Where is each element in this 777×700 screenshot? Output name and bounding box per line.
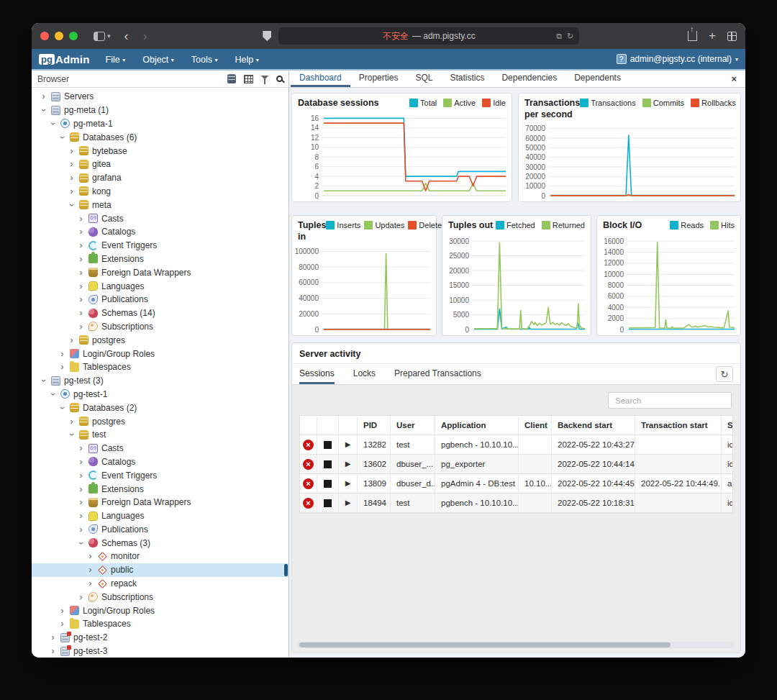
cancel-session-icon[interactable]: × — [303, 440, 314, 450]
tree-item-foreign-data-wrappers[interactable]: ›Foreign Data Wrappers — [32, 496, 288, 509]
chevron-collapsed-icon[interactable]: › — [86, 565, 95, 574]
tree-item-pg-test-3[interactable]: ›pg-test-3 — [32, 645, 288, 658]
chevron-collapsed-icon[interactable]: › — [67, 336, 76, 345]
tab-overview-icon[interactable] — [727, 32, 737, 41]
chevron-collapsed-icon[interactable]: › — [76, 295, 86, 304]
chevron-expanded-icon[interactable]: › — [77, 538, 86, 547]
table-row[interactable]: ×▶18494testpgbench - 10.10.10...2022-05-… — [300, 494, 732, 513]
chevron-collapsed-icon[interactable]: › — [76, 227, 86, 236]
chevron-collapsed-icon[interactable]: › — [76, 525, 86, 534]
chevron-collapsed-icon[interactable]: › — [67, 160, 76, 168]
chevron-collapsed-icon[interactable]: › — [67, 173, 76, 182]
chevron-collapsed-icon[interactable]: › — [86, 552, 95, 560]
activity-tab-prepared-transactions[interactable]: Prepared Transactions — [394, 364, 481, 384]
chevron-collapsed-icon[interactable]: › — [76, 282, 86, 291]
chevron-collapsed-icon[interactable]: › — [76, 512, 86, 520]
close-dashboard-button[interactable]: × — [724, 73, 744, 84]
chevron-collapsed-icon[interactable]: › — [76, 309, 86, 317]
tree-item-extensions[interactable]: ›Extensions — [32, 253, 288, 266]
tree-item-pg-test-3-[interactable]: ›pg-test (3) — [32, 374, 288, 388]
tree-item-postgres[interactable]: ›postgres — [32, 333, 288, 347]
tree-item-pg-test-1[interactable]: ›pg-test-1 — [32, 388, 288, 401]
tab-properties[interactable]: Properties — [350, 71, 407, 87]
tree-item-repack[interactable]: ›repack — [32, 577, 288, 591]
tree-item-subscriptions[interactable]: ›Subscriptions — [32, 590, 288, 604]
column-header-actions[interactable] — [339, 416, 358, 435]
tab-dependencies[interactable]: Dependencies — [493, 71, 565, 87]
tree-item-event-triggers[interactable]: ›Event Triggers — [32, 468, 288, 482]
tree-item-schemas-14-[interactable]: ›Schemas (14) — [32, 306, 288, 320]
tree-item-gitea[interactable]: ›gitea — [32, 158, 288, 171]
chevron-expanded-icon[interactable]: › — [40, 106, 48, 115]
tree-item-publications[interactable]: ›Publications — [32, 293, 288, 306]
tree-item-schemas-3-[interactable]: ›Schemas (3) — [32, 536, 288, 550]
tree-item-bytebase[interactable]: ›bytebase — [32, 144, 288, 158]
chevron-expanded-icon[interactable]: › — [68, 200, 76, 209]
tree-item-login-group-roles[interactable]: ›Login/Group Roles — [32, 604, 288, 617]
chevron-collapsed-icon[interactable]: › — [76, 255, 86, 263]
chevron-collapsed-icon[interactable]: › — [76, 268, 86, 277]
tab-dashboard[interactable]: Dashboard — [291, 71, 350, 87]
tree-item-login-group-roles[interactable]: ›Login/Group Roles — [32, 347, 288, 360]
address-bar[interactable]: 不安全 — adm.pigsty.cc ⧉ ↻ — [278, 27, 579, 45]
tree-item-servers[interactable]: ›Servers — [32, 90, 288, 104]
activity-tab-locks[interactable]: Locks — [353, 364, 376, 384]
tree-item-public[interactable]: ›public — [32, 563, 288, 577]
menu-file[interactable]: File ▾ — [106, 55, 126, 65]
tree-item-catalogs[interactable]: ›Catalogs — [32, 455, 288, 469]
horizontal-scrollbar[interactable] — [298, 642, 735, 648]
tab-statistics[interactable]: Statistics — [441, 71, 493, 87]
chevron-collapsed-icon[interactable]: › — [76, 444, 86, 453]
cancel-session-icon[interactable]: × — [303, 459, 314, 470]
column-header-backend-start[interactable]: Backend start — [552, 416, 635, 435]
column-header-user[interactable]: User — [391, 416, 435, 435]
share-icon[interactable] — [688, 31, 697, 41]
privacy-shield-icon[interactable] — [263, 31, 271, 41]
tree-item-tablespaces[interactable]: ›Tablespaces — [32, 360, 288, 374]
zoom-window-button[interactable] — [69, 32, 78, 40]
tree-item-databases-2-[interactable]: ›Databases (2) — [32, 401, 288, 414]
search-input[interactable] — [608, 392, 732, 409]
tree-item-foreign-data-wrappers[interactable]: ›Foreign Data Wrappers — [32, 265, 288, 279]
chevron-expanded-icon[interactable]: › — [49, 389, 58, 399]
chevron-expanded-icon[interactable]: › — [68, 430, 76, 440]
column-header-state[interactable]: State — [722, 416, 733, 435]
terminate-session-icon[interactable] — [324, 460, 332, 468]
tree-item-extensions[interactable]: ›Extensions — [32, 482, 288, 496]
chevron-collapsed-icon[interactable]: › — [39, 92, 48, 101]
tree-item-languages[interactable]: ›Languages — [32, 509, 288, 523]
column-header-application[interactable]: Application — [435, 416, 519, 435]
chevron-collapsed-icon[interactable]: › — [76, 471, 86, 480]
sidebar-toggle-button[interactable]: ▾ — [94, 32, 111, 41]
tree-item-meta[interactable]: ›meta — [32, 198, 288, 212]
tree-item-monitor[interactable]: ›monitor — [32, 550, 288, 563]
tree-item-publications[interactable]: ›Publications — [32, 523, 288, 537]
chevron-expanded-icon[interactable]: › — [58, 132, 67, 142]
back-button[interactable]: ‹ — [124, 29, 129, 44]
new-tab-button[interactable]: + — [709, 29, 716, 43]
object-explorer-icon[interactable] — [227, 74, 236, 83]
terminate-session-icon[interactable] — [324, 441, 332, 449]
menu-tools[interactable]: Tools ▾ — [191, 55, 218, 65]
menu-object[interactable]: Object ▾ — [142, 55, 174, 65]
chevron-collapsed-icon[interactable]: › — [67, 147, 76, 155]
terminate-session-icon[interactable] — [324, 480, 332, 488]
expand-row-icon[interactable]: ▶ — [345, 455, 351, 473]
refresh-button[interactable]: ↻ — [716, 366, 733, 382]
tab-sql[interactable]: SQL — [406, 71, 441, 87]
tab-dependents[interactable]: Dependents — [565, 71, 630, 87]
cancel-session-icon[interactable]: × — [303, 478, 314, 489]
chevron-collapsed-icon[interactable]: › — [48, 633, 58, 642]
expand-row-icon[interactable]: ▶ — [345, 494, 351, 512]
chevron-collapsed-icon[interactable]: › — [76, 593, 86, 601]
chevron-expanded-icon[interactable]: › — [58, 403, 67, 412]
properties-grid-icon[interactable] — [244, 75, 253, 83]
column-header-client[interactable]: Client — [519, 416, 552, 435]
column-header-pid[interactable]: PID — [358, 416, 391, 435]
table-row[interactable]: ×▶13809dbuser_d...pgAdmin 4 - DB:test10.… — [300, 474, 732, 494]
activity-tab-sessions[interactable]: Sessions — [299, 364, 335, 384]
tree-item-tablespaces[interactable]: ›Tablespaces — [32, 617, 288, 631]
close-window-button[interactable] — [40, 32, 49, 40]
tree-item-test[interactable]: ›test — [32, 428, 288, 442]
chevron-collapsed-icon[interactable]: › — [76, 498, 86, 506]
